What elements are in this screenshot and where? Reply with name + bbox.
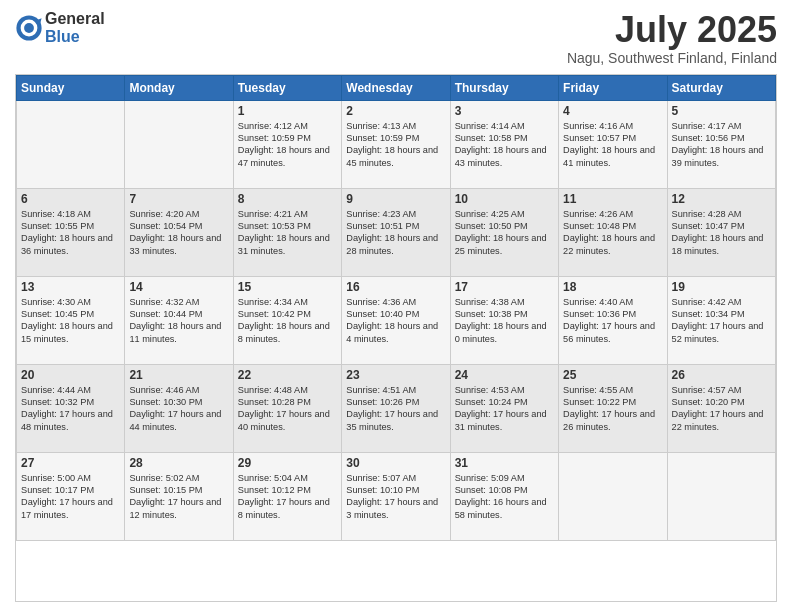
cell-content: Sunrise: 4:18 AM Sunset: 10:55 PM Daylig… [21, 208, 120, 258]
header-day: Thursday [450, 75, 558, 100]
calendar-cell: 25Sunrise: 4:55 AM Sunset: 10:22 PM Dayl… [559, 364, 667, 452]
calendar-body: 1Sunrise: 4:12 AM Sunset: 10:59 PM Dayli… [17, 100, 776, 540]
day-number: 30 [346, 456, 445, 470]
cell-content: Sunrise: 4:14 AM Sunset: 10:58 PM Daylig… [455, 120, 554, 170]
day-number: 26 [672, 368, 771, 382]
cell-content: Sunrise: 4:28 AM Sunset: 10:47 PM Daylig… [672, 208, 771, 258]
cell-content: Sunrise: 5:07 AM Sunset: 10:10 PM Daylig… [346, 472, 445, 522]
day-number: 17 [455, 280, 554, 294]
day-number: 1 [238, 104, 337, 118]
day-number: 15 [238, 280, 337, 294]
logo: General Blue [15, 10, 105, 45]
page: General Blue July 2025 Nagu, Southwest F… [0, 0, 792, 612]
calendar-cell: 5Sunrise: 4:17 AM Sunset: 10:56 PM Dayli… [667, 100, 775, 188]
day-number: 28 [129, 456, 228, 470]
cell-content: Sunrise: 4:12 AM Sunset: 10:59 PM Daylig… [238, 120, 337, 170]
calendar-cell: 31Sunrise: 5:09 AM Sunset: 10:08 PM Dayl… [450, 452, 558, 540]
cell-content: Sunrise: 4:23 AM Sunset: 10:51 PM Daylig… [346, 208, 445, 258]
day-number: 18 [563, 280, 662, 294]
day-number: 11 [563, 192, 662, 206]
day-number: 24 [455, 368, 554, 382]
calendar-row: 20Sunrise: 4:44 AM Sunset: 10:32 PM Dayl… [17, 364, 776, 452]
cell-content: Sunrise: 4:57 AM Sunset: 10:20 PM Daylig… [672, 384, 771, 434]
day-number: 6 [21, 192, 120, 206]
cell-content: Sunrise: 4:51 AM Sunset: 10:26 PM Daylig… [346, 384, 445, 434]
header-day: Tuesday [233, 75, 341, 100]
header-row: SundayMondayTuesdayWednesdayThursdayFrid… [17, 75, 776, 100]
day-number: 5 [672, 104, 771, 118]
calendar-cell: 22Sunrise: 4:48 AM Sunset: 10:28 PM Dayl… [233, 364, 341, 452]
calendar-cell [17, 100, 125, 188]
calendar-cell: 12Sunrise: 4:28 AM Sunset: 10:47 PM Dayl… [667, 188, 775, 276]
calendar-cell: 23Sunrise: 4:51 AM Sunset: 10:26 PM Dayl… [342, 364, 450, 452]
day-number: 13 [21, 280, 120, 294]
day-number: 27 [21, 456, 120, 470]
calendar-cell: 30Sunrise: 5:07 AM Sunset: 10:10 PM Dayl… [342, 452, 450, 540]
calendar-header: SundayMondayTuesdayWednesdayThursdayFrid… [17, 75, 776, 100]
calendar-cell: 10Sunrise: 4:25 AM Sunset: 10:50 PM Dayl… [450, 188, 558, 276]
cell-content: Sunrise: 4:55 AM Sunset: 10:22 PM Daylig… [563, 384, 662, 434]
cell-content: Sunrise: 4:38 AM Sunset: 10:38 PM Daylig… [455, 296, 554, 346]
calendar-cell: 7Sunrise: 4:20 AM Sunset: 10:54 PM Dayli… [125, 188, 233, 276]
calendar-cell: 15Sunrise: 4:34 AM Sunset: 10:42 PM Dayl… [233, 276, 341, 364]
cell-content: Sunrise: 4:44 AM Sunset: 10:32 PM Daylig… [21, 384, 120, 434]
calendar-cell: 21Sunrise: 4:46 AM Sunset: 10:30 PM Dayl… [125, 364, 233, 452]
calendar-cell: 17Sunrise: 4:38 AM Sunset: 10:38 PM Dayl… [450, 276, 558, 364]
calendar-cell: 19Sunrise: 4:42 AM Sunset: 10:34 PM Dayl… [667, 276, 775, 364]
cell-content: Sunrise: 5:00 AM Sunset: 10:17 PM Daylig… [21, 472, 120, 522]
calendar-cell: 29Sunrise: 5:04 AM Sunset: 10:12 PM Dayl… [233, 452, 341, 540]
title-block: July 2025 Nagu, Southwest Finland, Finla… [567, 10, 777, 66]
day-number: 25 [563, 368, 662, 382]
cell-content: Sunrise: 4:20 AM Sunset: 10:54 PM Daylig… [129, 208, 228, 258]
day-number: 14 [129, 280, 228, 294]
cell-content: Sunrise: 4:53 AM Sunset: 10:24 PM Daylig… [455, 384, 554, 434]
day-number: 20 [21, 368, 120, 382]
cell-content: Sunrise: 4:13 AM Sunset: 10:59 PM Daylig… [346, 120, 445, 170]
calendar-cell: 4Sunrise: 4:16 AM Sunset: 10:57 PM Dayli… [559, 100, 667, 188]
calendar-cell [125, 100, 233, 188]
day-number: 7 [129, 192, 228, 206]
day-number: 9 [346, 192, 445, 206]
calendar-cell: 9Sunrise: 4:23 AM Sunset: 10:51 PM Dayli… [342, 188, 450, 276]
month-title: July 2025 [567, 10, 777, 50]
day-number: 10 [455, 192, 554, 206]
calendar-cell [559, 452, 667, 540]
day-number: 31 [455, 456, 554, 470]
day-number: 2 [346, 104, 445, 118]
cell-content: Sunrise: 5:09 AM Sunset: 10:08 PM Daylig… [455, 472, 554, 522]
calendar-cell [667, 452, 775, 540]
calendar-cell: 1Sunrise: 4:12 AM Sunset: 10:59 PM Dayli… [233, 100, 341, 188]
cell-content: Sunrise: 4:46 AM Sunset: 10:30 PM Daylig… [129, 384, 228, 434]
cell-content: Sunrise: 4:16 AM Sunset: 10:57 PM Daylig… [563, 120, 662, 170]
cell-content: Sunrise: 4:32 AM Sunset: 10:44 PM Daylig… [129, 296, 228, 346]
calendar-row: 1Sunrise: 4:12 AM Sunset: 10:59 PM Dayli… [17, 100, 776, 188]
day-number: 29 [238, 456, 337, 470]
cell-content: Sunrise: 5:04 AM Sunset: 10:12 PM Daylig… [238, 472, 337, 522]
cell-content: Sunrise: 4:48 AM Sunset: 10:28 PM Daylig… [238, 384, 337, 434]
logo-general: General [45, 10, 105, 28]
calendar-cell: 16Sunrise: 4:36 AM Sunset: 10:40 PM Dayl… [342, 276, 450, 364]
calendar-cell: 27Sunrise: 5:00 AM Sunset: 10:17 PM Dayl… [17, 452, 125, 540]
day-number: 23 [346, 368, 445, 382]
header-day: Monday [125, 75, 233, 100]
cell-content: Sunrise: 4:36 AM Sunset: 10:40 PM Daylig… [346, 296, 445, 346]
day-number: 16 [346, 280, 445, 294]
calendar-row: 6Sunrise: 4:18 AM Sunset: 10:55 PM Dayli… [17, 188, 776, 276]
header-day: Sunday [17, 75, 125, 100]
cell-content: Sunrise: 4:40 AM Sunset: 10:36 PM Daylig… [563, 296, 662, 346]
logo-blue: Blue [45, 28, 105, 46]
day-number: 3 [455, 104, 554, 118]
calendar: SundayMondayTuesdayWednesdayThursdayFrid… [15, 74, 777, 602]
calendar-cell: 2Sunrise: 4:13 AM Sunset: 10:59 PM Dayli… [342, 100, 450, 188]
calendar-cell: 11Sunrise: 4:26 AM Sunset: 10:48 PM Dayl… [559, 188, 667, 276]
calendar-cell: 8Sunrise: 4:21 AM Sunset: 10:53 PM Dayli… [233, 188, 341, 276]
cell-content: Sunrise: 4:17 AM Sunset: 10:56 PM Daylig… [672, 120, 771, 170]
cell-content: Sunrise: 4:42 AM Sunset: 10:34 PM Daylig… [672, 296, 771, 346]
calendar-cell: 26Sunrise: 4:57 AM Sunset: 10:20 PM Dayl… [667, 364, 775, 452]
cell-content: Sunrise: 4:34 AM Sunset: 10:42 PM Daylig… [238, 296, 337, 346]
cell-content: Sunrise: 4:30 AM Sunset: 10:45 PM Daylig… [21, 296, 120, 346]
calendar-cell: 14Sunrise: 4:32 AM Sunset: 10:44 PM Dayl… [125, 276, 233, 364]
cell-content: Sunrise: 4:26 AM Sunset: 10:48 PM Daylig… [563, 208, 662, 258]
cell-content: Sunrise: 4:25 AM Sunset: 10:50 PM Daylig… [455, 208, 554, 258]
cell-content: Sunrise: 4:21 AM Sunset: 10:53 PM Daylig… [238, 208, 337, 258]
